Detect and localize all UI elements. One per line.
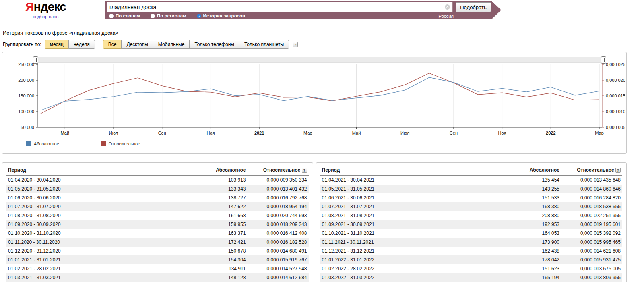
mode-label: История запросов (203, 13, 245, 18)
legend-label-relative: Относительное (109, 141, 140, 146)
column-header: Относительное ? (561, 165, 622, 176)
table-header-row: ПериодАбсолютноеОтносительное ? (6, 165, 309, 176)
svg-text:2022: 2022 (546, 131, 555, 135)
column-header: Абсолютное (514, 165, 561, 176)
table-cell: 0,000 013 809 955 (561, 273, 622, 282)
grip-icon (35, 58, 37, 62)
table-cell: 01.06.2021 - 30.06.2021 (320, 193, 514, 202)
svg-text:Май: Май (352, 131, 361, 135)
table-cell: 0,000 015 995 465 (561, 238, 622, 247)
search-input[interactable] (107, 2, 453, 12)
table-row: 01.04.2020 - 30.04.2020103 9130,000 009 … (6, 176, 309, 185)
table-cell: 01.08.2021 - 31.08.2021 (320, 211, 514, 220)
svg-text:0,000 020: 0,000 020 (606, 78, 625, 83)
toggle-button[interactable]: неделя (68, 40, 95, 49)
table-header-row: ПериодАбсолютноеОтносительное ? (320, 165, 623, 176)
svg-text:0,000 015: 0,000 015 (606, 93, 625, 98)
toggle-button[interactable]: Мобильные (153, 40, 190, 49)
table-cell: 0,000 016 412 408 (248, 229, 309, 238)
table-cell: 148 128 (200, 273, 248, 282)
table-cell: 01.11.2021 - 30.11.2021 (320, 238, 514, 247)
table-row: 01.06.2021 - 30.06.2021151 5330,000 016 … (320, 193, 623, 202)
table-row: 01.10.2020 - 31.10.2020163 3710,000 016 … (6, 229, 309, 238)
wordstat-link[interactable]: подбор слов (25, 14, 66, 19)
table-cell: 01.12.2020 - 31.12.2020 (6, 247, 200, 255)
search-bar: ✕ Подобрать По словамПо регионамИстория … (105, 1, 501, 19)
table-row: 01.09.2021 - 30.09.2021192 9530,000 019 … (320, 220, 623, 229)
table-cell: 01.06.2020 - 30.06.2020 (6, 193, 200, 202)
table-cell: 151 623 (514, 264, 561, 273)
table-cell: 0,000 013 401 432 (248, 185, 309, 193)
table-cell: 192 953 (514, 220, 561, 229)
table-row: 01.04.2021 - 30.04.2021135 4540,000 013 … (320, 176, 623, 185)
submit-button[interactable]: Подобрать (456, 2, 491, 12)
table-row: 01.11.2021 - 30.11.2021173 9000,000 015 … (320, 238, 623, 247)
toggle-button[interactable]: Только планшеты (239, 40, 289, 49)
svg-text:Мар: Мар (595, 131, 604, 135)
table-cell: 0,000 019 195 601 (561, 220, 622, 229)
table-cell: 01.03.2021 - 31.03.2021 (6, 273, 200, 282)
table-cell: 01.01.2021 - 31.01.2021 (6, 255, 200, 264)
column-header: Абсолютное (200, 165, 248, 176)
region-link[interactable]: Россия (438, 14, 454, 19)
table-cell: 0,000 016 182 528 (248, 238, 309, 247)
svg-text:Июл: Июл (109, 131, 118, 135)
device-filter-toggle: ВсеДесктопыМобильныеТолько телефоныТольк… (103, 40, 289, 49)
table-cell: 0,000 016 792 768 (248, 193, 309, 202)
table-cell: 133 343 (200, 185, 248, 193)
table-cell: 0,000 013 435 648 (561, 176, 622, 185)
svg-text:0,000 005: 0,000 005 (606, 125, 625, 130)
mode-label: По словам (116, 13, 140, 18)
svg-text:150 000: 150 000 (18, 93, 34, 98)
table-cell: 01.02.2021 - 28.02.2021 (6, 264, 200, 273)
table-row: 01.12.2020 - 31.12.2020150 6780,000 014 … (6, 247, 309, 255)
table-cell: 01.09.2020 - 30.09.2020 (6, 220, 200, 229)
svg-text:Ноя: Ноя (206, 131, 215, 135)
history-tables: ПериодАбсолютноеОтносительное ?01.04.202… (2, 162, 627, 282)
table-cell: 208 880 (514, 211, 561, 220)
table-cell: 0,000 014 621 608 (561, 247, 622, 255)
yandex-logo-text[interactable]: Яндекс (25, 1, 66, 13)
svg-text:250 000: 250 000 (18, 63, 34, 67)
legend-item-relative: Относительное (101, 141, 140, 146)
table-row: 01.02.2022 - 28.02.2022151 6230,000 013 … (320, 264, 623, 273)
toggle-button[interactable]: Все (103, 40, 122, 49)
table-cell: 01.08.2020 - 31.08.2020 (6, 211, 200, 220)
svg-text:50 000: 50 000 (21, 125, 34, 130)
range-slider-track[interactable] (35, 57, 604, 63)
table-cell: 164 053 (514, 229, 561, 238)
search-mode-option[interactable]: История запросов (197, 13, 245, 18)
svg-text:100 000: 100 000 (18, 109, 34, 114)
toggle-button[interactable]: Только телефоны (189, 40, 239, 49)
toggle-button[interactable]: Десктопы (121, 40, 153, 49)
help-icon[interactable]: ? (302, 168, 307, 173)
table-cell: 01.12.2021 - 31.12.2021 (320, 247, 514, 255)
table-row: 01.05.2020 - 31.05.2020133 3430,000 013 … (6, 185, 309, 193)
grip-icon (603, 58, 605, 62)
legend-label-absolute: Абсолютное (34, 141, 59, 146)
table-cell: 143 255 (514, 185, 561, 193)
table-row: 01.01.2022 - 31.01.2022178 0420,000 015 … (320, 255, 623, 264)
radio-icon (151, 14, 155, 18)
table-cell: 159 955 (200, 220, 248, 229)
legend-swatch-relative (101, 141, 106, 146)
table-cell: 0,000 014 612 684 (248, 273, 309, 282)
table-cell: 165 194 (514, 273, 561, 282)
help-icon[interactable]: ? (293, 42, 298, 47)
chart-panel: МайИюлСенНоя2021МарМайИюлСенНоя2022Мар25… (2, 52, 627, 154)
table-cell: 138 727 (200, 193, 248, 202)
table-cell: 01.02.2022 - 28.02.2022 (320, 264, 514, 273)
search-mode-option[interactable]: По регионам (151, 13, 186, 18)
table-cell: 161 668 (200, 211, 248, 220)
table-row: 01.11.2020 - 30.11.2020172 4210,000 016 … (6, 238, 309, 247)
data-table: ПериодАбсолютноеОтносительное ?01.04.202… (6, 165, 309, 282)
table-cell: 01.09.2021 - 30.09.2021 (320, 220, 514, 229)
help-icon[interactable]: ? (615, 168, 621, 173)
search-input-wrap: ✕ (107, 2, 453, 12)
clear-input-icon[interactable]: ✕ (445, 4, 450, 10)
legend-swatch-absolute (26, 141, 31, 146)
search-mode-option[interactable]: По словам (109, 13, 140, 18)
toggle-button[interactable]: месяц (45, 40, 69, 49)
table-row: 01.07.2021 - 31.07.2021168 3800,000 018 … (320, 202, 623, 211)
svg-text:Ноя: Ноя (498, 131, 506, 135)
